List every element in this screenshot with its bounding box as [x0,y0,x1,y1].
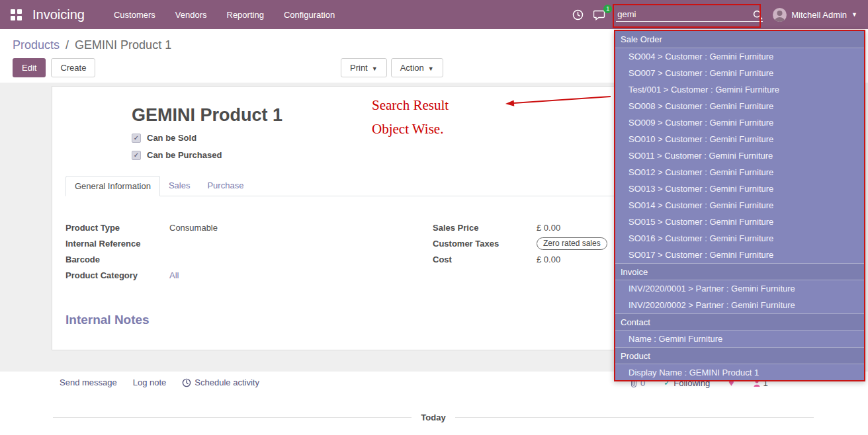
can-be-purchased-checkbox[interactable]: ✓ [132,151,141,160]
annotation-text-line1: Search Result [372,97,449,114]
search-result-item[interactable]: SO008 > Customer : Gemini Furniture [615,98,864,114]
print-button[interactable]: Print▼ [341,58,387,77]
action-button[interactable]: Action▼ [391,58,443,77]
search-result-item[interactable]: SO014 > Customer : Gemini Furniture [615,197,864,214]
annotation-text-line2: Object Wise. [372,121,443,138]
apps-menu-icon[interactable] [11,9,22,20]
result-group-invoice: Invoice [615,263,864,280]
search-result-item[interactable]: SO015 > Customer : Gemini Furniture [615,214,864,230]
search-result-item[interactable]: SO009 > Customer : Gemini Furniture [615,114,864,131]
menu-reporting[interactable]: Reporting [227,10,264,20]
breadcrumb-products-link[interactable]: Products [13,38,60,52]
send-message-button[interactable]: Send message [60,377,117,387]
field-value: Consumable [169,221,218,234]
breadcrumb-current: GEMINI Product 1 [75,38,171,52]
field-label: Customer Taxes [433,237,537,250]
today-label: Today [421,413,445,422]
search-result-item[interactable]: SO016 > Customer : Gemini Furniture [615,230,864,247]
tab-purchase[interactable]: Purchase [198,176,252,196]
edit-button[interactable]: Edit [13,58,46,77]
today-divider: Today [53,413,814,422]
search-result-item[interactable]: SO012 > Customer : Gemini Furniture [615,164,864,180]
field-label: Product Category [65,269,169,282]
caret-down-icon: ▼ [428,65,434,72]
field-barcode: Barcode [65,253,433,266]
check-icon: ✓ [134,152,139,159]
caret-down-icon: ▼ [851,11,857,18]
search-result-item[interactable]: SO007 > Customer : Gemini Furniture [615,65,864,81]
menu-customers[interactable]: Customers [114,10,155,20]
print-button-label: Print [350,63,368,73]
search-result-item[interactable]: SO013 > Customer : Gemini Furniture [615,180,864,197]
can-be-sold-checkbox[interactable]: ✓ [132,134,141,143]
schedule-activity-label: Schedule activity [195,377,259,387]
search-result-item[interactable]: Display Name : GEMINI Product 1 [615,364,864,381]
search-result-item[interactable]: INV/2020/0001 > Partner : Gemini Furnitu… [615,280,864,297]
action-button-label: Action [400,63,424,73]
create-button[interactable]: Create [51,58,95,77]
schedule-activity-button[interactable]: Schedule activity [182,377,259,387]
field-value: £ 0.00 [537,253,560,266]
search-icon[interactable] [753,10,763,20]
search-input[interactable] [616,8,753,20]
search-result-item[interactable]: SO017 > Customer : Gemini Furniture [615,247,864,263]
avatar [773,8,787,22]
field-label: Sales Price [433,221,537,234]
field-label: Internal Reference [65,237,169,250]
can-be-purchased-label: Can be Purchased [147,150,222,160]
field-value: £ 0.00 [537,221,560,234]
result-group-contact: Contact [615,313,864,331]
global-search [616,8,763,22]
result-group-sale-order: Sale Order [615,31,864,48]
field-label: Cost [433,253,537,266]
search-result-item[interactable]: INV/2020/0002 > Partner : Gemini Furnitu… [615,297,864,313]
search-result-item[interactable]: Name : Gemini Furniture [615,331,864,347]
messages-icon[interactable]: 1 [593,9,606,20]
app-name[interactable]: Invoicing [32,7,85,22]
can-be-sold-label: Can be Sold [147,133,196,143]
search-result-item[interactable]: SO004 > Customer : Gemini Furniture [615,48,864,65]
user-name: Mitchell Admin [791,10,847,20]
search-results-dropdown: Sale Order SO004 > Customer : Gemini Fur… [614,30,865,381]
result-group-product: Product [615,347,864,364]
menu-vendors[interactable]: Vendors [175,10,207,20]
activities-clock-icon[interactable] [572,9,584,20]
user-menu[interactable]: Mitchell Admin ▼ [773,8,857,22]
field-product-category: Product Category All [65,269,433,282]
tab-general-information[interactable]: General Information [65,176,160,196]
customer-tax-badge: Zero rated sales [537,237,607,250]
check-icon: ✓ [134,135,139,141]
log-note-button[interactable]: Log note [133,377,167,387]
field-label: Product Type [65,221,169,234]
search-result-item[interactable]: Test/001 > Customer : Gemini Furniture [615,81,864,98]
product-category-link[interactable]: All [169,269,179,282]
top-nav: Invoicing Customers Vendors Reporting Co… [0,0,868,29]
search-result-item[interactable]: SO011 > Customer : Gemini Furniture [615,147,864,164]
main-menu: Customers Vendors Reporting Configuratio… [114,10,335,20]
clock-icon [182,378,191,387]
menu-configuration[interactable]: Configuration [284,10,335,20]
message-count-badge: 1 [603,5,612,13]
search-result-item[interactable]: SO010 > Customer : Gemini Furniture [615,131,864,147]
caret-down-icon: ▼ [372,65,378,72]
breadcrumb-separator: / [65,38,69,52]
field-label: Barcode [65,253,169,266]
field-internal-reference: Internal Reference [65,237,433,250]
field-product-type: Product Type Consumable [65,221,433,234]
nav-systray: 1 Mitchell Admin ▼ [572,8,857,22]
tab-sales[interactable]: Sales [160,176,199,196]
app-window: Invoicing Customers Vendors Reporting Co… [0,0,868,435]
